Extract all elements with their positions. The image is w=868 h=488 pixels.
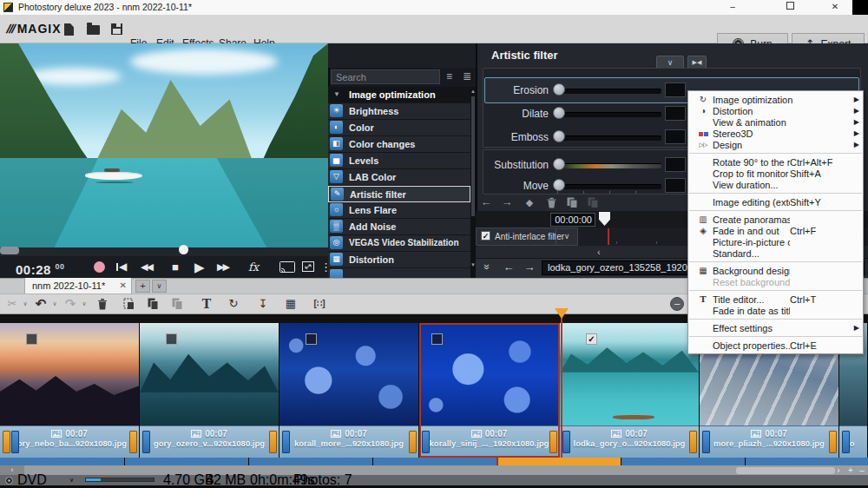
dilate-slider-track[interactable]: [557, 112, 661, 117]
ctx-view-duration[interactable]: View duration...: [688, 179, 863, 190]
cut-button[interactable]: ✂: [5, 293, 19, 314]
keyframe-cursor[interactable]: [608, 228, 609, 245]
effect-item-vegas-stabilization[interactable]: ◎VEGAS Video Stabilization: [328, 235, 470, 252]
ctx-view-animation[interactable]: View & animation▶: [688, 116, 863, 128]
scroll-left-icon[interactable]: ‹: [597, 247, 601, 257]
ctx-create-panoramas[interactable]: ▥Create panoramas...: [688, 214, 863, 225]
ctx-title-editor[interactable]: TTitle editor...Ctrl+T: [688, 293, 863, 305]
add-keyframe-button[interactable]: ◆: [523, 195, 536, 210]
keyframe-timecode[interactable]: 00:00:00: [550, 213, 595, 227]
crop-to-monitor-button[interactable]: ↧: [255, 293, 271, 314]
play-button[interactable]: ▶: [194, 256, 205, 278]
scrollbar-thumb[interactable]: [736, 467, 835, 474]
preview-scrubber[interactable]: [0, 247, 328, 256]
ctx-reset-background[interactable]: Reset background: [688, 276, 863, 287]
erosion-slider-track[interactable]: [557, 89, 661, 94]
prev-object-button[interactable]: ←: [502, 260, 516, 274]
object-properties-button[interactable]: [∷]: [309, 293, 330, 314]
ctx-pip-collages[interactable]: Picture-in-picture collages...: [688, 236, 863, 247]
clip-handle-orange[interactable]: [409, 431, 417, 453]
record-button[interactable]: [94, 261, 105, 273]
keyframe-prev-button[interactable]: ←: [479, 195, 493, 210]
title-editor-button[interactable]: T: [200, 293, 214, 314]
burn-target[interactable]: DVD: [17, 475, 47, 485]
detail-view-icon[interactable]: ≣: [463, 69, 471, 84]
anti-interlace-dropdown[interactable]: ∨: [556, 228, 577, 246]
effect-item-artistic-filter[interactable]: ✎Artistic filter: [328, 186, 470, 202]
rotate-button[interactable]: ↻: [226, 293, 241, 314]
scrubber-playhead[interactable]: [179, 245, 188, 254]
dilate-slider-thumb[interactable]: [553, 107, 565, 119]
redo-dropdown-icon[interactable]: ∨: [80, 293, 89, 314]
effects-scrollbar-thumb[interactable]: [471, 96, 475, 216]
zoom-out-button[interactable]: –: [670, 297, 684, 311]
effect-item-distortion[interactable]: ▦Distortion: [328, 252, 470, 268]
open-project-button[interactable]: [87, 23, 100, 35]
clip-lodka-gory[interactable]: ✓ 00:07 lodka_gory_o...920x1080.jpg: [560, 323, 700, 458]
overview-selected-segment[interactable]: [496, 458, 621, 465]
clip-korall-more[interactable]: 00:07 korall_more_...920x1080.jpg: [279, 323, 419, 458]
ctx-fade-in-out[interactable]: ◈Fade in and outCtrl+F: [688, 225, 863, 236]
search-input[interactable]: [331, 69, 440, 84]
next-object-button[interactable]: →: [523, 260, 536, 274]
fullscreen-button[interactable]: [302, 256, 314, 278]
effect-item-add-noise[interactable]: ▒Add Noise: [328, 219, 470, 235]
minimize-button[interactable]: –: [719, 0, 746, 15]
ctx-object-properties[interactable]: Object properties...Ctrl+E: [688, 340, 863, 351]
maximize-button[interactable]: [776, 0, 804, 15]
paste-button[interactable]: [172, 298, 183, 313]
clip-gory-ozero[interactable]: 00:07 gory_ozero_v...920x1080.jpg: [140, 323, 279, 458]
tab-list-button[interactable]: ∨: [152, 280, 167, 293]
clip-handle-blue[interactable]: [282, 431, 290, 453]
effect-item-color[interactable]: ◐Color: [328, 120, 470, 136]
undo-button[interactable]: ↶: [33, 293, 49, 314]
clip-handle-orange[interactable]: [129, 431, 137, 453]
save-project-button[interactable]: [111, 23, 122, 35]
ctx-design[interactable]: ▷▷Design▶: [688, 139, 863, 150]
list-view-icon[interactable]: ≡: [446, 69, 452, 84]
clip-handle-orange[interactable]: [3, 431, 10, 453]
ctx-image-optimization[interactable]: ↻Image optimization▶: [688, 94, 863, 105]
collapse-panel-button[interactable]: «: [479, 260, 493, 274]
effect-item-lens-flare[interactable]: ☼Lens Flare: [328, 202, 470, 219]
clip-handle-orange[interactable]: [689, 431, 697, 453]
ctx-crop-to-fit[interactable]: Crop to fit monitorShift+A: [688, 168, 863, 179]
emboss-slider-track[interactable]: [557, 135, 661, 141]
ctx-image-editing-external[interactable]: Image editing (external)...Shift+Y: [688, 196, 863, 208]
keyframe-next-button[interactable]: →: [500, 195, 514, 210]
effect-item-partial[interactable]: [328, 268, 470, 278]
ctx-fade-in-date[interactable]: Fade in date as title...: [688, 305, 863, 316]
effect-item-brightness[interactable]: ☀Brightness: [328, 103, 470, 120]
cast-button[interactable]: [279, 256, 295, 278]
ctx-effect-settings[interactable]: Effect settings▶: [688, 322, 863, 333]
emboss-value-box[interactable]: [665, 129, 686, 144]
move-slider-track[interactable]: [557, 184, 661, 189]
playhead-marker[interactable]: [555, 308, 569, 319]
clip-handle-blue[interactable]: [11, 431, 19, 453]
new-tab-button[interactable]: +: [135, 280, 150, 293]
substitution-slider-thumb[interactable]: [553, 158, 565, 170]
clip-gory-nebo[interactable]: 00:07 gory_nebo_ba...920x1080.jpg: [0, 323, 140, 458]
close-button[interactable]: ✕: [821, 0, 849, 15]
anti-interlace-checkbox[interactable]: ✓: [481, 231, 490, 241]
clip-handle-blue[interactable]: [842, 431, 850, 453]
clip-checkbox-checked[interactable]: ✓: [586, 333, 597, 345]
burn-target-dropdown-icon[interactable]: ∨: [69, 475, 74, 485]
skip-start-button[interactable]: ◀: [116, 256, 127, 278]
substitution-slider-track[interactable]: [557, 163, 661, 168]
ctx-background-design[interactable]: ▦Background design...: [688, 265, 863, 276]
tab-close-icon[interactable]: ✕: [120, 278, 127, 293]
move-value-box[interactable]: [665, 178, 686, 193]
move-slider-thumb[interactable]: [553, 179, 565, 191]
effect-item-color-changes[interactable]: ◧Color changes: [328, 136, 470, 153]
delete-button[interactable]: [97, 298, 108, 313]
erosion-value-box[interactable]: [665, 82, 686, 97]
background-design-button[interactable]: ▦: [283, 293, 299, 314]
clip-handle-blue[interactable]: [702, 431, 710, 453]
preview-fx-button[interactable]: fx: [248, 256, 259, 278]
clip-checkbox[interactable]: [26, 333, 37, 345]
new-project-button[interactable]: [64, 23, 74, 36]
emboss-slider-thumb[interactable]: [553, 130, 565, 142]
redo-button[interactable]: ↷: [62, 293, 78, 314]
scrubber-left-handle[interactable]: [0, 247, 19, 254]
